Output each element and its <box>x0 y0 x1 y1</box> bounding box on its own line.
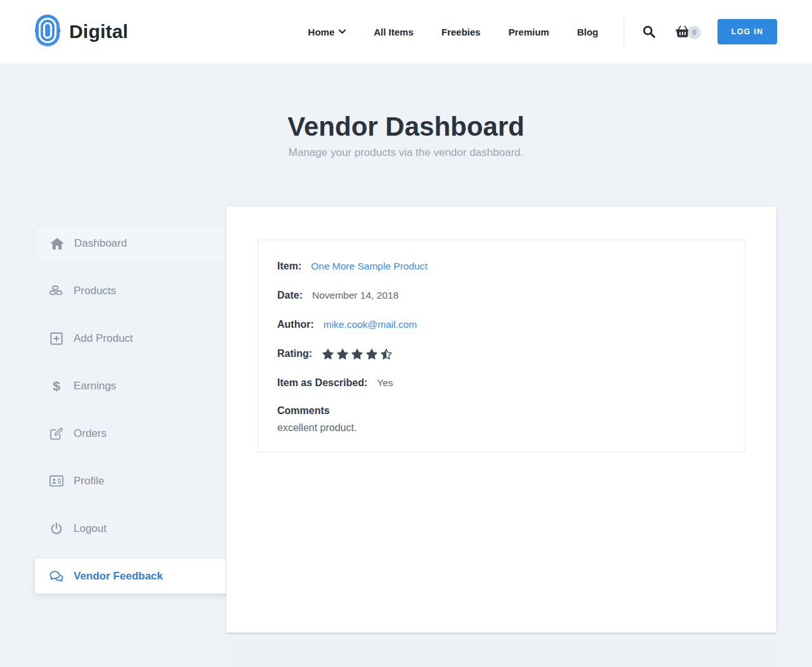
cart-count-badge: 0 <box>688 26 701 39</box>
comments-heading: Comments <box>277 405 726 417</box>
nav-item-freebies[interactable]: Freebies <box>442 27 481 37</box>
sidebar-item-label: Orders <box>74 427 107 440</box>
author-email-link[interactable]: mike.cook@mail.com <box>324 319 417 330</box>
top-navbar: Digital Home All Items Freebies Premium … <box>0 0 812 63</box>
rating-stars <box>322 348 393 360</box>
chevron-down-icon <box>339 29 346 34</box>
nav-divider <box>624 18 624 46</box>
feedback-described-row: Item as Described: Yes <box>277 376 726 390</box>
item-link[interactable]: One More Sample Product <box>311 261 428 272</box>
sidebar-item-dashboard[interactable]: Dashboard <box>35 226 232 261</box>
brand-logo[interactable]: Digital <box>35 14 128 49</box>
page-subtitle: Manage your products via the vendor dash… <box>0 146 812 159</box>
power-icon <box>49 522 63 535</box>
edit-icon <box>49 427 63 440</box>
sidebar-item-products[interactable]: Products <box>35 273 232 308</box>
described-value: Yes <box>377 377 393 389</box>
next-section-block <box>231 639 776 667</box>
sidebar-item-profile[interactable]: Profile <box>35 463 232 498</box>
sidebar-item-label: Add Product <box>74 332 133 345</box>
nav-item-all-items[interactable]: All Items <box>374 27 414 37</box>
sidebar-item-earnings[interactable]: $ Earnings <box>35 368 232 403</box>
nav-item-premium[interactable]: Premium <box>508 27 549 37</box>
sidebar-item-label: Products <box>74 285 116 297</box>
sidebar-item-label: Dashboard <box>74 237 127 250</box>
nav-item-blog[interactable]: Blog <box>577 27 598 37</box>
date-value: November 14, 2018 <box>312 290 398 301</box>
sidebar-item-label: Profile <box>74 475 104 488</box>
feedback-rating-row: Rating: <box>277 347 726 361</box>
sidebar-item-orders[interactable]: Orders <box>35 416 232 451</box>
fingerprint-logo-icon <box>35 14 60 49</box>
comments-icon <box>49 570 63 583</box>
comments-text: excellent product. <box>277 422 726 434</box>
sidebar-item-label: Logout <box>74 522 107 535</box>
author-label: Author: <box>277 319 314 330</box>
feedback-item-row: Item: One More Sample Product <box>277 259 726 273</box>
page-title: Vendor Dashboard <box>0 112 812 142</box>
sidebar-item-label: Earnings <box>74 380 116 392</box>
sidebar-item-add-product[interactable]: Add Product <box>35 321 232 356</box>
feedback-panel: Item: One More Sample Product Date: Nove… <box>226 206 776 633</box>
described-label: Item as Described: <box>277 377 367 389</box>
brand-name: Digital <box>69 21 128 42</box>
item-label: Item: <box>277 261 301 272</box>
login-button[interactable]: LOG IN <box>717 19 777 44</box>
cubes-icon <box>49 285 63 297</box>
main-nav: Home All Items Freebies Premium Blog <box>308 27 598 37</box>
feedback-card: Item: One More Sample Product Date: Nove… <box>258 240 746 452</box>
page: Digital Home All Items Freebies Premium … <box>0 0 812 667</box>
search-icon[interactable] <box>642 25 656 39</box>
feedback-date-row: Date: November 14, 2018 <box>277 288 726 302</box>
sidebar-item-vendor-feedback[interactable]: Vendor Feedback <box>35 559 232 593</box>
dollar-icon: $ <box>49 379 63 392</box>
sidebar-item-logout[interactable]: Logout <box>35 511 232 546</box>
home-icon <box>50 237 64 250</box>
rating-label: Rating: <box>277 348 312 359</box>
cart-button[interactable]: 0 <box>675 25 701 39</box>
plus-square-icon <box>49 332 63 345</box>
feedback-author-row: Author: mike.cook@mail.com <box>277 318 726 332</box>
sidebar-item-label: Vendor Feedback <box>74 570 163 583</box>
vendor-sidebar: Dashboard Products Add Product $ Earning… <box>35 226 232 606</box>
nav-item-home[interactable]: Home <box>308 27 346 37</box>
date-label: Date: <box>277 290 303 301</box>
id-card-icon <box>49 475 63 487</box>
